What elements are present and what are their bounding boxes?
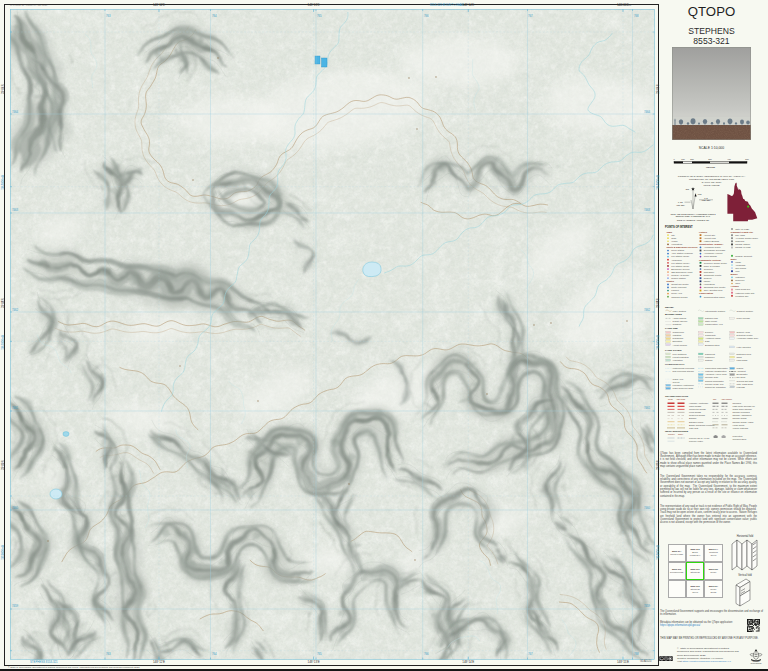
svg-text:7463: 7463 (12, 208, 19, 212)
svg-text:Marina: Marina (737, 367, 744, 369)
svg-text:Bridge Causeway Pontoon: Bridge Causeway Pontoon (689, 424, 715, 426)
svg-text:Spillway Gate: Spillway Gate (705, 376, 719, 378)
svg-text:Vertical fold: Vertical fold (738, 573, 752, 577)
svg-text:Marine: Marine (731, 273, 739, 275)
svg-text:Outport Areas: Outport Areas (737, 331, 750, 333)
svg-text:Sand: Sand (737, 356, 743, 358)
svg-text:766: 766 (424, 652, 429, 656)
svg-text:7461: 7461 (12, 406, 19, 410)
svg-text:Actions: Actions (731, 285, 740, 287)
svg-text:Pine Softwood: Pine Softwood (673, 353, 688, 355)
svg-text:300: 300 (708, 158, 712, 160)
svg-text:Police Station: Police Station (671, 249, 685, 251)
svg-text:Wharf: Wharf (735, 261, 741, 263)
svg-text:Rail: Rail (713, 398, 717, 400)
svg-text:100: 100 (681, 158, 685, 160)
svg-text:Major Reservoir Town: Major Reservoir Town (673, 387, 694, 389)
svg-text:Aerodrome Route: Aerodrome Route (704, 246, 722, 248)
svg-text:Golf Pound: Golf Pound (735, 267, 747, 269)
svg-text:500: 500 (745, 158, 749, 160)
svg-text:Anchorage: Anchorage (735, 264, 746, 266)
svg-text:765: 765 (317, 14, 322, 18)
svg-text:LAND USE: LAND USE (665, 327, 678, 330)
svg-text:Culvert: Culvert (673, 381, 680, 383)
svg-text:Railway Siding: Railway Siding (733, 417, 748, 419)
svg-text:200: 200 (690, 158, 694, 160)
svg-text:Air Traffic Control Tower: Air Traffic Control Tower (735, 237, 758, 239)
svg-text:Tower: Tower (678, 433, 683, 435)
svg-text:Pipeline On or Ab Gd: Pipeline On or Ab Gd (689, 437, 710, 439)
svg-text:Abbr Road: Abbr Road (676, 398, 685, 400)
svg-text:Dais: Dais (705, 340, 709, 342)
svg-text:Cemetery: Cemetery (704, 268, 714, 270)
svg-text:Busway: Busway (689, 417, 697, 419)
svg-text:Resolved Roads: Resolved Roads (689, 414, 705, 416)
svg-text:Allotment (Card): Allotment (Card) (705, 337, 721, 339)
svg-text:Weir: Weir (735, 270, 740, 272)
svg-text:Gate (CAFNB): Gate (CAFNB) (735, 228, 749, 230)
svg-text:Defence: Defence (705, 331, 714, 333)
svg-text:Light Metro Tourism (M): Light Metro Tourism (M) (733, 405, 756, 407)
svg-text:Detention Centre: Detention Centre (737, 334, 754, 336)
svg-text:Connector Roads: Connector Roads (689, 408, 706, 410)
svg-text:765: 765 (317, 652, 322, 656)
svg-text:Index Contour: Index Contour (673, 310, 687, 312)
svg-text:MN: MN (698, 193, 702, 196)
svg-text:Waterfall Infrastructure: Waterfall Infrastructure (705, 370, 727, 372)
svg-text:Ancient Site: Ancient Site (704, 234, 716, 236)
svg-text:Gradient Contour: Gradient Contour (737, 310, 754, 312)
svg-text:Railway Siding Aband.: Railway Siding Aband. (733, 421, 755, 423)
svg-text:Homestead: Homestead (671, 243, 683, 245)
svg-text:Properties: Properties (733, 435, 743, 437)
svg-text:BOUNDARIES: BOUNDARIES (665, 313, 682, 316)
svg-text:Tourist Info Centre: Tourist Info Centre (671, 283, 689, 285)
svg-text:766: 766 (424, 14, 429, 18)
svg-text:Post Office: Post Office (704, 271, 715, 273)
svg-text:Expressway Overpass: Expressway Overpass (704, 249, 725, 251)
svg-text:GRID MAGNETIC ANGLE 8°37': GRID MAGNETIC ANGLE 8°37' (677, 219, 710, 221)
svg-text:Industrial: Industrial (673, 334, 682, 336)
svg-text:Homestead: Homestead (704, 283, 716, 285)
svg-text:City: City (671, 234, 676, 236)
svg-text:Medical Aid Centre: Medical Aid Centre (671, 274, 690, 276)
svg-text:Fish N/B: Fish N/B (737, 386, 746, 388)
svg-text:Graving Spit Raft: Graving Spit Raft (737, 380, 754, 382)
svg-text:Town: Town (671, 237, 677, 239)
svg-text:Transport (Lights etc): Transport (Lights etc) (731, 231, 754, 233)
svg-text:Reservoir: Reservoir (735, 279, 744, 281)
svg-text:Aeroplane Usage Serv.: Aeroplane Usage Serv. (737, 337, 759, 339)
svg-text:Airport Medical: Airport Medical (673, 344, 688, 346)
svg-text:Lookout: Lookout (671, 289, 679, 291)
svg-text:Railway or Light: Railway or Light (735, 246, 751, 248)
svg-text:POINTS OF INTEREST: POINTS OF INTEREST (665, 225, 693, 229)
svg-text:Ambulance: Ambulance (671, 259, 683, 261)
svg-text:Place of Worship: Place of Worship (704, 265, 721, 267)
svg-text:LAND COVER: LAND COVER (665, 349, 682, 352)
svg-text:Truck Change: Truck Change (704, 255, 718, 257)
svg-text:Mangrove: Mangrove (705, 356, 715, 358)
svg-text:Camping Ground: Camping Ground (671, 296, 688, 298)
svg-text:Breakwater: Breakwater (737, 373, 748, 375)
svg-text:Dry Dock: Dry Dock (737, 376, 747, 378)
svg-text:Included Shed: Included Shed (733, 438, 747, 440)
svg-text:Livestock Site: Livestock Site (735, 295, 749, 297)
svg-text:Library: Library (704, 280, 711, 282)
svg-text:Community (Vertical): Community (Vertical) (699, 259, 721, 261)
svg-text:Saltpan: Saltpan (705, 359, 713, 361)
svg-text:Railways: Railways (733, 402, 742, 404)
svg-text:SES Emergency Point: SES Emergency Point (671, 271, 693, 273)
svg-text:Major Roads: Major Roads (689, 405, 701, 407)
svg-text:Safety & Emergency Services: Safety & Emergency Services (667, 246, 699, 248)
svg-text:Pipeline: Pipeline (668, 433, 675, 435)
svg-text:Rescue Station: Rescue Station (671, 277, 686, 279)
svg-text:DECLINATION AT CENTRE OF MAP: DECLINATION AT CENTRE OF MAP (676, 215, 711, 217)
svg-text:Golf / Sporting Club: Golf / Sporting Club (704, 289, 723, 291)
svg-text:7459: 7459 (644, 604, 651, 608)
svg-text:763: 763 (106, 14, 111, 18)
svg-text:764: 764 (212, 14, 217, 18)
svg-text:Disturbed Soils: Disturbed Soils (737, 353, 751, 355)
svg-text:Local Roads: Local Roads (689, 411, 701, 413)
svg-text:7461: 7461 (644, 406, 651, 410)
svg-text:Route Waypoint: Route Waypoint (671, 286, 687, 288)
svg-text:0: 0 (673, 158, 675, 160)
